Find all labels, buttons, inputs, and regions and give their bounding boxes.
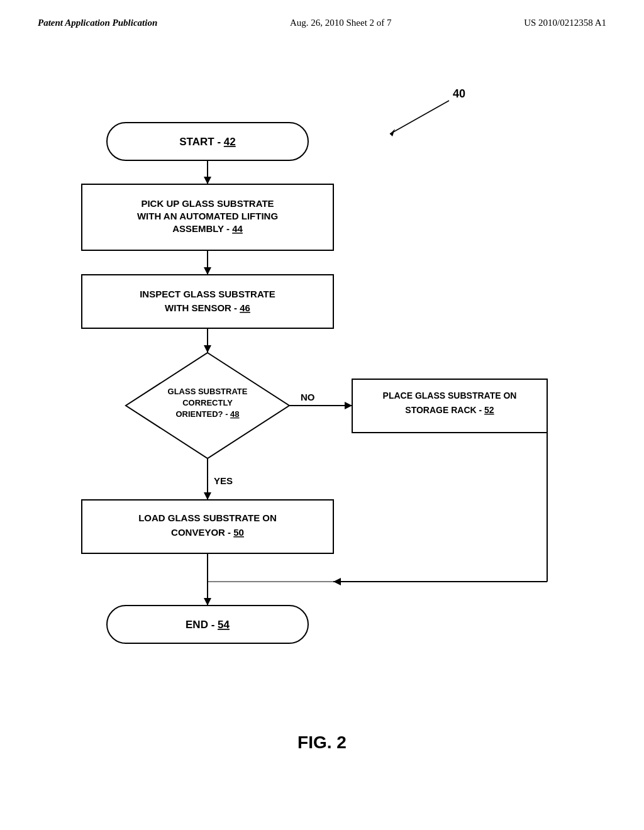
svg-marker-28 — [204, 492, 211, 500]
svg-line-0 — [390, 101, 449, 134]
svg-text:STORAGE RACK - 52: STORAGE RACK - 52 — [405, 405, 494, 415]
svg-rect-12 — [82, 275, 333, 328]
svg-text:ORIENTED? - 48: ORIENTED? - 48 — [175, 409, 239, 419]
svg-marker-1 — [390, 129, 395, 136]
svg-marker-5 — [204, 177, 211, 184]
svg-text:CONVEYOR - 50: CONVEYOR - 50 — [171, 527, 244, 538]
svg-marker-23 — [345, 402, 352, 409]
figure-label: FIG. 2 — [0, 733, 644, 753]
svg-marker-35 — [333, 578, 341, 585]
svg-text:PLACE GLASS SUBSTRATE ON: PLACE GLASS SUBSTRATE ON — [383, 390, 517, 401]
svg-text:END - 54: END - 54 — [186, 619, 230, 631]
svg-text:START - 42: START - 42 — [179, 136, 235, 148]
svg-text:WITH SENSOR - 46: WITH SENSOR - 46 — [165, 302, 250, 313]
svg-text:PICK UP GLASS SUBSTRATE: PICK UP GLASS SUBSTRATE — [141, 198, 274, 209]
publication-label: Patent Application Publication — [38, 18, 157, 28]
svg-text:GLASS SUBSTRATE: GLASS SUBSTRATE — [168, 387, 248, 396]
page-header: Patent Application Publication Aug. 26, … — [0, 0, 644, 28]
svg-text:WITH AN AUTOMATED LIFTING: WITH AN AUTOMATED LIFTING — [137, 211, 278, 221]
ref-40-label: 40 — [453, 87, 465, 100]
svg-text:INSPECT GLASS SUBSTRATE: INSPECT GLASS SUBSTRATE — [140, 289, 275, 299]
svg-text:CORRECTLY: CORRECTLY — [182, 398, 233, 407]
svg-text:LOAD GLASS SUBSTRATE ON: LOAD GLASS SUBSTRATE ON — [138, 512, 277, 523]
svg-marker-16 — [204, 345, 211, 353]
svg-text:YES: YES — [214, 475, 233, 486]
date-sheet-label: Aug. 26, 2010 Sheet 2 of 7 — [290, 18, 392, 28]
svg-text:NO: NO — [301, 392, 315, 402]
svg-text:ASSEMBLY - 44: ASSEMBLY - 44 — [172, 223, 243, 234]
patent-number-label: US 2010/0212358 A1 — [524, 18, 606, 28]
svg-marker-11 — [204, 267, 211, 275]
svg-marker-39 — [204, 598, 211, 606]
diagram-area: 40 START - 42 PICK UP GLASS SUBSTRATE WI… — [0, 41, 644, 770]
